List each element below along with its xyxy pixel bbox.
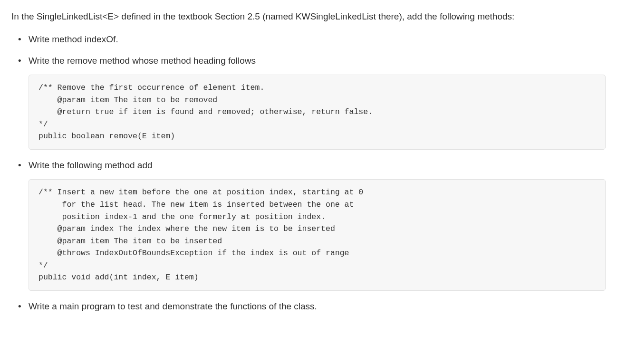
list-item-add: Write the following method add /** Inser… bbox=[11, 158, 606, 291]
list-item-text: Write method indexOf. bbox=[29, 34, 118, 44]
list-item-main: Write a main program to test and demonst… bbox=[11, 299, 606, 314]
list-item-indexof: Write method indexOf. bbox=[11, 32, 606, 47]
list-item-text: Write a main program to test and demonst… bbox=[29, 301, 317, 311]
code-block-remove: /** Remove the first occurrence of eleme… bbox=[29, 75, 606, 150]
list-item-text: Write the remove method whose method hea… bbox=[29, 56, 256, 66]
list-item-remove: Write the remove method whose method hea… bbox=[11, 54, 606, 150]
code-block-add: /** Insert a new item before the one at … bbox=[29, 179, 606, 291]
intro-paragraph: In the SingleLinkedList<E> defined in th… bbox=[11, 10, 606, 24]
list-item-text: Write the following method add bbox=[29, 160, 153, 170]
methods-list: Write method indexOf. Write the remove m… bbox=[11, 32, 606, 314]
